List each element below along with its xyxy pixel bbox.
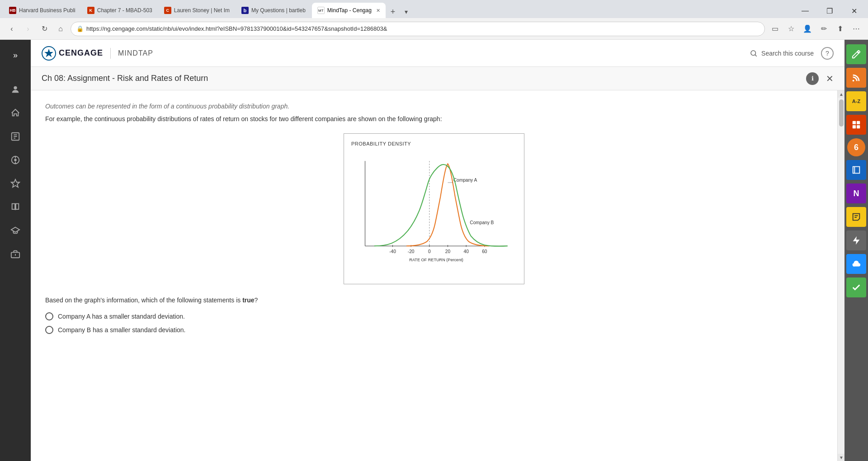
option-2-text: Company B has a smaller standard deviati…	[58, 326, 185, 334]
intro-text: Outcomes can be represented in the form …	[45, 101, 823, 111]
cloud-tool-button[interactable]	[846, 254, 866, 274]
tab-b[interactable]: b My Questions | bartleb	[236, 3, 311, 18]
rss-icon	[851, 73, 861, 83]
logo-area: CENGAGE MINDTAP	[42, 46, 153, 61]
back-button[interactable]: ‹	[5, 23, 18, 35]
svg-rect-38	[857, 125, 860, 128]
forward-button[interactable]: ›	[22, 23, 34, 35]
az-label: A-Z	[852, 99, 860, 104]
circle6-tool-button[interactable]: 6	[847, 138, 865, 156]
close-button[interactable]: ✕	[844, 4, 864, 18]
more-button[interactable]: ⋯	[850, 23, 863, 35]
tab-hb[interactable]: HB Harvard Business Publi	[4, 3, 81, 18]
restore-button[interactable]: ❐	[819, 4, 840, 18]
user-sidebar-icon[interactable]	[5, 80, 25, 99]
tab-title-c: Lauren Stoney | Net Im	[174, 7, 230, 14]
tab-close-mindtap[interactable]: ✕	[376, 8, 380, 14]
briefcase-sidebar-icon[interactable]	[5, 244, 25, 264]
tab-c[interactable]: C Lauren Stoney | Net Im	[159, 3, 235, 18]
scrollbar[interactable]: ▲ ▼	[837, 90, 844, 461]
tab-overflow-button[interactable]: ▾	[400, 5, 413, 18]
url-bar[interactable]: 🔒 https://ng.cengage.com/static/nb/ui/ev…	[71, 22, 765, 36]
browser-frame: HB Harvard Business Publi K Chapter 7 - …	[0, 0, 868, 461]
tab-k[interactable]: K Chapter 7 - MBAD-503	[82, 3, 158, 18]
graduation-sidebar-icon[interactable]	[5, 221, 25, 240]
home-nav-button[interactable]: ⌂	[54, 23, 67, 35]
page-content: CENGAGE MINDTAP Search this course ?	[31, 40, 844, 461]
option-2[interactable]: Company B has a smaller standard deviati…	[45, 326, 823, 334]
new-tab-button[interactable]: +	[387, 5, 399, 18]
profile-button[interactable]: 👤	[801, 23, 814, 35]
content-wrapper: Outcomes can be represented in the form …	[31, 90, 844, 461]
app-header: CENGAGE MINDTAP Search this course ?	[31, 40, 844, 67]
svg-text:-20: -20	[408, 249, 415, 254]
sidebar-toggle-button[interactable]: ▭	[769, 23, 781, 35]
notebook-tool-button[interactable]	[846, 160, 866, 180]
pencil-icon	[851, 49, 861, 59]
tab-title-hb: Harvard Business Publi	[19, 7, 75, 14]
tab-mindtap[interactable]: MT MindTap - Cengag ✕	[312, 3, 386, 18]
question-pre: Based on the graph's information, which …	[45, 296, 242, 304]
onenote-tool-button[interactable]: N	[846, 183, 866, 203]
scrollbar-thumb[interactable]	[839, 99, 844, 127]
extensions-button[interactable]: ✏	[817, 23, 830, 35]
option-1[interactable]: Company A has a smaller standard deviati…	[45, 312, 823, 320]
svg-line-16	[755, 55, 756, 56]
reload-button[interactable]: ↻	[38, 23, 51, 35]
svg-rect-35	[853, 121, 856, 124]
notebook-icon	[851, 165, 861, 175]
info-icon: ℹ	[811, 75, 814, 82]
svg-text:0: 0	[428, 249, 431, 254]
tab-bar: HB Harvard Business Publi K Chapter 7 - …	[0, 0, 868, 18]
az-tool-button[interactable]: A-Z	[846, 91, 866, 111]
svg-text:-40: -40	[389, 249, 396, 254]
home-sidebar-icon[interactable]	[5, 103, 25, 123]
sticky-tool-button[interactable]	[846, 207, 866, 227]
svg-marker-9	[11, 179, 19, 187]
body-text: For example, the continuous probability …	[45, 114, 823, 124]
book-sidebar-icon[interactable]	[5, 197, 25, 217]
left-sidebar: »	[0, 40, 31, 461]
radio-2[interactable]	[45, 326, 53, 334]
window-controls: — ❐ ✕	[795, 4, 864, 18]
rss-tool-button[interactable]	[846, 68, 866, 88]
tab-favicon-mindtap: MT	[317, 7, 325, 14]
star-sidebar-icon[interactable]	[5, 174, 25, 193]
help-button[interactable]: ?	[821, 47, 834, 60]
bookmark-button[interactable]: ☆	[785, 23, 797, 35]
pencil-tool-button[interactable]	[846, 44, 866, 64]
circle6-label: 6	[854, 143, 859, 152]
logo-divider	[110, 48, 111, 59]
search-area[interactable]: Search this course	[750, 49, 814, 57]
svg-text:RATE OF RETURN (Percent): RATE OF RETURN (Percent)	[409, 258, 463, 262]
office-tool-button[interactable]	[846, 115, 866, 135]
reading-sidebar-icon[interactable]	[5, 127, 25, 146]
probability-chart: PROBABILITY DENSITY -	[344, 133, 524, 284]
right-tools-sidebar: A-Z 6 N	[844, 40, 868, 461]
check-tool-button[interactable]	[846, 278, 866, 297]
assignment-title: Ch 08: Assignment - Risk and Rates of Re…	[42, 74, 208, 83]
svg-text:40: 40	[464, 249, 469, 254]
share-button[interactable]: ⬆	[834, 23, 846, 35]
compass-sidebar-icon[interactable]	[5, 150, 25, 170]
minimize-button[interactable]: —	[795, 4, 816, 18]
header-right: Search this course ?	[750, 47, 834, 60]
office-icon	[851, 120, 861, 130]
svg-rect-37	[853, 125, 856, 128]
chart-svg: -40 -20 0 20 40 60 RATE OF RETURN (Perce…	[351, 148, 517, 275]
expand-sidebar-button[interactable]: »	[5, 45, 25, 65]
svg-marker-42	[853, 236, 860, 245]
lightning-tool-button[interactable]	[846, 230, 866, 250]
tab-title-mindtap: MindTap - Cengag	[327, 7, 372, 14]
sticky-icon	[851, 212, 861, 222]
info-button[interactable]: ℹ	[806, 72, 819, 85]
scroll-down-button[interactable]: ▼	[838, 454, 844, 461]
svg-text:60: 60	[482, 249, 487, 254]
header-actions: ℹ ✕	[806, 72, 834, 85]
scroll-up-button[interactable]: ▲	[838, 90, 844, 98]
search-label: Search this course	[761, 50, 814, 57]
tab-title-b: My Questions | bartleb	[251, 7, 306, 14]
close-panel-button[interactable]: ✕	[826, 73, 834, 84]
cengage-text: CENGAGE	[59, 48, 103, 58]
radio-1[interactable]	[45, 312, 53, 320]
